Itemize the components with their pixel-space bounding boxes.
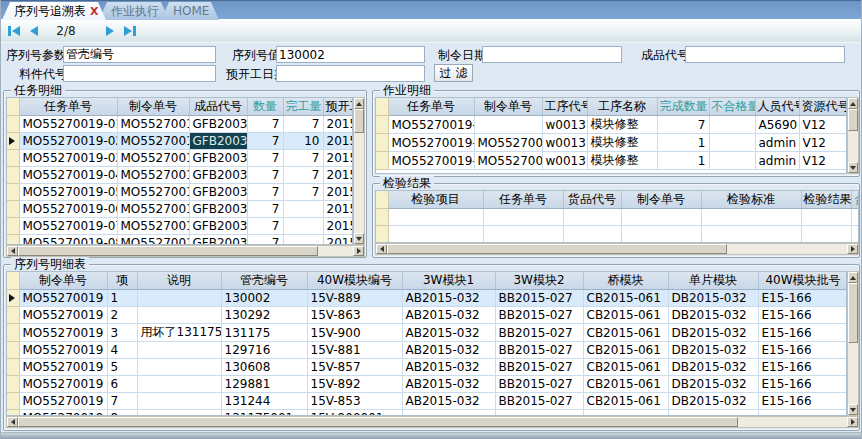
plan-start-field[interactable] xyxy=(276,65,425,82)
scroll-up-icon[interactable] xyxy=(354,98,364,109)
cell[interactable]: V12 xyxy=(799,152,847,170)
scroll-up-icon[interactable] xyxy=(848,272,858,283)
cell[interactable] xyxy=(283,218,323,235)
cell[interactable]: 7 xyxy=(247,167,283,184)
column-header[interactable]: 工序名称 xyxy=(587,98,657,116)
cell[interactable]: CB2015-061 xyxy=(583,359,668,376)
cell[interactable] xyxy=(801,226,851,243)
cell[interactable]: MO55270019 xyxy=(474,152,542,170)
cell[interactable]: MO55270019 xyxy=(117,235,189,246)
operations-vscroll[interactable] xyxy=(847,97,859,174)
table-row[interactable]: MO55270019-05MO55270019GFB2003772015-05 xyxy=(7,184,353,201)
cell[interactable]: BB2015-027 xyxy=(495,359,583,376)
cell[interactable]: 模块修整 xyxy=(587,134,657,152)
table-row[interactable]: MO55270019-02MO55270019w0013模块修整1adminV1… xyxy=(376,134,847,152)
cell[interactable] xyxy=(563,209,621,226)
cell[interactable]: 7 xyxy=(283,116,323,133)
cell[interactable]: MO55270019 xyxy=(19,342,107,359)
cell[interactable]: 15V-853 xyxy=(307,393,402,410)
cell[interactable] xyxy=(621,209,701,226)
cell[interactable]: AB2015-032 xyxy=(402,376,495,393)
cell[interactable]: admin xyxy=(755,152,799,170)
cell[interactable]: BB2015-027 xyxy=(495,290,583,307)
column-header[interactable]: 3W模块1 xyxy=(402,272,495,290)
cell[interactable] xyxy=(709,152,755,170)
cell[interactable]: CB2015-061 xyxy=(583,290,668,307)
cell[interactable]: MO55270019-08 xyxy=(19,235,117,246)
cell[interactable]: BB2015-027 xyxy=(495,324,583,342)
cell[interactable]: GFB2003 xyxy=(189,235,247,246)
cell[interactable]: 1 xyxy=(107,290,137,307)
column-header[interactable]: 工序代号 xyxy=(542,98,587,116)
product-code-field[interactable] xyxy=(685,46,845,63)
cell[interactable]: 3 xyxy=(107,324,137,342)
scroll-left-icon[interactable] xyxy=(376,244,387,254)
material-code-field[interactable] xyxy=(63,65,216,82)
cell[interactable]: 7 xyxy=(283,167,323,184)
nav-last-icon[interactable] xyxy=(121,23,139,39)
table-row[interactable]: MO55270019-02MO55270019GFB20037102015-05 xyxy=(7,133,353,150)
cell[interactable]: MO55270019-02 xyxy=(388,116,474,134)
inspection-hscroll[interactable] xyxy=(375,243,859,255)
table-row[interactable]: MO552700193用坏了131175这个13117515V-900AB201… xyxy=(7,324,847,342)
cell[interactable]: w0013 xyxy=(542,134,587,152)
table-row[interactable]: MO55270019-06MO55270019GFB200372015-05 xyxy=(7,201,353,218)
column-header[interactable]: 40W模块批号 xyxy=(758,272,847,290)
cell[interactable]: BB2015-027 xyxy=(495,307,583,324)
cell[interactable]: MO55270019 xyxy=(117,150,189,167)
cell[interactable]: E15-166 xyxy=(758,376,847,393)
cell[interactable]: MO55270019-04 xyxy=(19,167,117,184)
cell[interactable]: MO55270019 xyxy=(19,359,107,376)
scroll-thumb[interactable] xyxy=(18,246,318,256)
cell[interactable] xyxy=(483,226,563,243)
table-row[interactable]: MO55270019213029215V-863AB2015-032BB2015… xyxy=(7,307,847,324)
cell[interactable]: MO55270019 xyxy=(19,324,107,342)
table-row[interactable]: MO55270019-01MO55270019GFB2003772015-05 xyxy=(7,116,353,133)
cell[interactable] xyxy=(563,226,621,243)
cell[interactable]: 6 xyxy=(107,376,137,393)
cell[interactable]: 2 xyxy=(107,307,137,324)
tasks-hscroll[interactable] xyxy=(6,245,365,257)
cell[interactable]: GFB2003 xyxy=(189,133,247,150)
cell[interactable] xyxy=(388,226,483,243)
cell[interactable]: 15V-881 xyxy=(307,342,402,359)
cell[interactable] xyxy=(851,209,859,226)
cell[interactable]: MO55270019-05 xyxy=(19,184,117,201)
scroll-down-icon[interactable] xyxy=(848,404,858,415)
tab-home[interactable]: HOME xyxy=(161,2,219,20)
cell[interactable]: 131244 xyxy=(221,393,307,410)
cell[interactable]: V12 xyxy=(799,116,847,134)
cell[interactable] xyxy=(137,307,221,324)
cell[interactable] xyxy=(709,134,755,152)
cell[interactable]: 15V-889 xyxy=(307,290,402,307)
cell[interactable]: MO55270019 xyxy=(19,290,107,307)
table-row[interactable]: MO55270019-08MO55270019GFB200372015-05 xyxy=(7,235,353,246)
cell[interactable]: MO55270019-01 xyxy=(19,116,117,133)
cell[interactable]: MO55270019 xyxy=(117,218,189,235)
cell[interactable]: V12 xyxy=(799,134,847,152)
cell[interactable]: E15-166 xyxy=(758,290,847,307)
cell[interactable]: 2015-05 xyxy=(323,184,353,201)
column-header[interactable]: 完成数量 xyxy=(657,98,709,116)
cell[interactable]: 15V-857 xyxy=(307,359,402,376)
column-header[interactable]: 资源代号 xyxy=(799,98,847,116)
cell[interactable]: 130002 xyxy=(221,290,307,307)
cell[interactable]: 5 xyxy=(107,359,137,376)
cell[interactable] xyxy=(801,209,851,226)
cell[interactable]: MO55270019-07 xyxy=(19,218,117,235)
nav-next-icon[interactable] xyxy=(101,23,119,39)
column-header[interactable]: 桥模块 xyxy=(583,272,668,290)
cell[interactable]: 7 xyxy=(247,133,283,150)
table-row[interactable]: MO55270019-02w0013模块修整7A5690V12 xyxy=(376,116,847,134)
table-row[interactable]: MO55270019113000215V-889AB2015-032BB2015… xyxy=(7,290,847,307)
column-header[interactable]: 检验标准 xyxy=(701,191,801,209)
column-header[interactable]: 成品代号 xyxy=(189,98,247,116)
nav-first-icon[interactable] xyxy=(5,23,23,39)
cell[interactable] xyxy=(137,393,221,410)
cell[interactable]: GFB2003 xyxy=(189,184,247,201)
cell[interactable]: 模块修整 xyxy=(587,116,657,134)
table-row[interactable]: MO55270019612988115V-892AB2015-032BB2015… xyxy=(7,376,847,393)
cell[interactable]: MO55270019-03 xyxy=(19,150,117,167)
scroll-thumb[interactable] xyxy=(354,109,364,133)
cell[interactable] xyxy=(851,226,859,243)
